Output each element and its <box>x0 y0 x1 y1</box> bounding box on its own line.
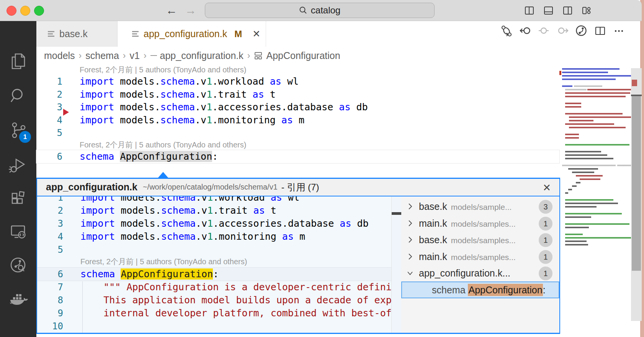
reference-file-path: models/sample... <box>451 203 512 211</box>
code-token: import <box>80 231 115 242</box>
peek-scrollbar-gutter[interactable] <box>391 196 401 333</box>
remote-explorer-icon[interactable] <box>8 222 28 242</box>
chevron-down-icon[interactable] <box>406 269 414 277</box>
code-token: .accessories.database <box>212 101 339 113</box>
peek-close-icon[interactable]: ✕ <box>543 182 551 194</box>
toggle-secondary-sidebar-icon[interactable] <box>562 5 573 16</box>
code-token: schema <box>160 89 195 100</box>
code-token: internal developer platform, combined wi… <box>80 308 426 319</box>
reference-preview-text: schema <box>432 285 468 295</box>
code-token: import <box>80 89 114 100</box>
code-line[interactable]: 7 """ AppConfiguration is a developer-ce… <box>37 281 391 294</box>
indent-guide <box>82 281 83 333</box>
reference-row[interactable]: base.kmodels/sample...3 <box>401 198 559 215</box>
code-line[interactable]: 6schema AppConfiguration: <box>36 150 559 163</box>
code-text: import models.schema.v1.accessories.data… <box>80 101 368 114</box>
code-line[interactable]: 1import models.schema.v1.workload as wl <box>36 75 559 88</box>
reference-match-highlight: AppConfiguration <box>468 284 543 296</box>
codelens-text[interactable]: Forest, 2个月前 | 5 authors (TonyAdo and ot… <box>80 139 246 150</box>
code-token: 1 <box>207 231 213 242</box>
code-line[interactable]: 2import models.schema.v1.trait as t <box>37 204 391 217</box>
code-token: db <box>351 218 368 229</box>
code-token: t <box>264 89 276 100</box>
code-line[interactable]: 5 <box>37 243 391 256</box>
code-line[interactable]: 8 This application model builds upon a d… <box>37 294 391 307</box>
code-token <box>115 268 121 280</box>
peek-title: app_configuration.k <box>46 182 137 193</box>
code-token: .v <box>196 205 207 216</box>
minimap-line <box>565 216 591 218</box>
minimap-line <box>565 103 581 104</box>
code-line[interactable]: 3import models.schema.v1.accessories.dat… <box>37 217 391 230</box>
code-token: models. <box>114 89 160 100</box>
code-token: .trait <box>213 205 253 216</box>
codelens-text[interactable]: Forest, 2个月前 | 5 authors (TonyAdo and ot… <box>80 256 247 267</box>
code-token: 1 <box>206 101 212 113</box>
code-line[interactable]: 6schema AppConfiguration: <box>37 268 391 281</box>
minimap-line <box>576 175 603 177</box>
line-number: 2 <box>36 88 62 101</box>
code-line[interactable]: 2import models.schema.v1.trait as t <box>36 88 559 101</box>
minimap-line <box>587 89 632 90</box>
code-line[interactable]: 4import models.schema.v1.monitoring as m <box>37 230 391 243</box>
more-actions-icon[interactable] <box>613 25 625 37</box>
minimap-line <box>565 223 629 225</box>
code-token: as <box>253 205 265 216</box>
reference-row[interactable]: base.kmodels/samples...1 <box>401 232 559 249</box>
minimap-line <box>565 134 579 135</box>
code-token: models. <box>115 196 161 203</box>
code-token: 1 <box>207 196 213 203</box>
gitlens-icon[interactable] <box>8 255 28 275</box>
reference-row[interactable]: main.kmodels/samples...1 <box>401 215 559 232</box>
split-editor-icon[interactable] <box>594 25 606 37</box>
code-token: 1 <box>206 89 212 100</box>
minimap[interactable] <box>562 68 632 248</box>
references-tree: base.kmodels/sample...3main.kmodels/samp… <box>401 196 559 333</box>
minimap-line <box>580 178 600 180</box>
minimap-line <box>565 89 587 90</box>
code-line[interactable]: 4import models.schema.v1.monitoring as m <box>36 114 559 127</box>
code-line[interactable]: 9 internal developer platform, combined … <box>37 307 391 320</box>
codelens-text[interactable]: Forest, 2个月前 | 5 authors (TonyAdo and ot… <box>80 64 246 75</box>
chevron-right-icon[interactable] <box>406 252 414 261</box>
peek-scrollbar-thumb[interactable] <box>392 212 401 215</box>
scrollbar-thumb[interactable] <box>632 96 641 271</box>
gutter-arrow-marker[interactable] <box>63 109 69 116</box>
code-token: schema <box>161 231 196 242</box>
line-number: 6 <box>37 268 63 281</box>
code-token: t <box>265 205 276 216</box>
minimap-line <box>565 244 588 245</box>
extensions-icon[interactable] <box>8 188 28 209</box>
minimize-window-button[interactable] <box>20 6 30 16</box>
commit-graph-icon[interactable] <box>575 25 587 37</box>
chevron-right-icon[interactable] <box>406 202 414 211</box>
reference-row[interactable]: main.kmodels/samples...1 <box>401 249 559 265</box>
code-line[interactable]: 5 <box>36 126 559 139</box>
run-and-debug-icon[interactable] <box>8 155 28 175</box>
docker-icon[interactable] <box>8 289 28 309</box>
line-number: 4 <box>36 114 62 127</box>
reference-row-selected[interactable]: schema AppConfiguration: <box>401 281 559 298</box>
search-sidebar-icon[interactable] <box>8 86 28 106</box>
minimap-line <box>574 85 602 87</box>
code-token: This application model builds upon a dec… <box>80 294 432 306</box>
peek-editor[interactable]: 1import models.schema.v1.workload as wl2… <box>37 196 391 333</box>
source-control-badge: 1 <box>19 131 31 143</box>
codelens: Forest, 2个月前 | 5 authors (TonyAdo and ot… <box>36 64 559 75</box>
explorer-icon[interactable] <box>8 51 28 72</box>
code-line[interactable]: 10 <box>37 320 391 333</box>
code-text: import models.schema.v1.accessories.data… <box>80 217 369 230</box>
code-token: AppConfiguration <box>121 268 213 280</box>
minimap-line <box>562 79 616 80</box>
code-line[interactable]: 1import models.schema.v1.workload as wl <box>37 196 391 204</box>
code-token: as <box>253 89 264 100</box>
close-window-button[interactable] <box>7 6 16 16</box>
code-token: 1 <box>206 76 212 87</box>
chevron-right-icon[interactable] <box>406 219 414 227</box>
chevron-right-icon[interactable] <box>406 236 414 244</box>
vscode-window: ← → catalog <box>0 0 644 337</box>
code-line[interactable]: 3import models.schema.v1.accessories.dat… <box>36 101 559 114</box>
customize-layout-icon[interactable] <box>582 5 592 16</box>
line-number: 5 <box>36 126 62 139</box>
reference-row[interactable]: app_configuration.k...1 <box>401 265 559 282</box>
